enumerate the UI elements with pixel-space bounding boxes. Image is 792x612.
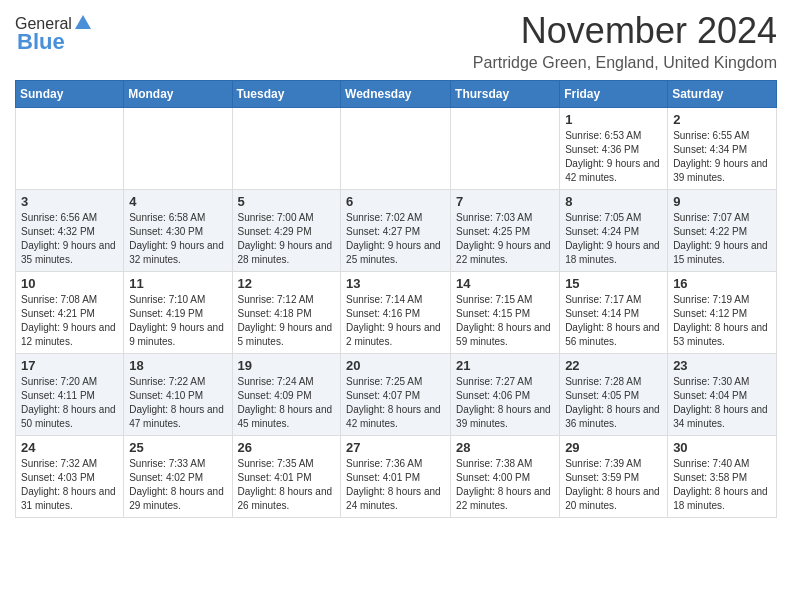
day-number: 24	[21, 440, 118, 455]
day-info: Sunrise: 7:39 AM Sunset: 3:59 PM Dayligh…	[565, 457, 662, 513]
day-number: 1	[565, 112, 662, 127]
day-info: Sunrise: 7:05 AM Sunset: 4:24 PM Dayligh…	[565, 211, 662, 267]
cell-3-7: 16Sunrise: 7:19 AM Sunset: 4:12 PM Dayli…	[668, 272, 777, 354]
day-number: 5	[238, 194, 336, 209]
svg-marker-0	[75, 15, 91, 29]
cell-2-3: 5Sunrise: 7:00 AM Sunset: 4:29 PM Daylig…	[232, 190, 341, 272]
day-number: 9	[673, 194, 771, 209]
cell-3-6: 15Sunrise: 7:17 AM Sunset: 4:14 PM Dayli…	[560, 272, 668, 354]
day-info: Sunrise: 7:27 AM Sunset: 4:06 PM Dayligh…	[456, 375, 554, 431]
cell-4-7: 23Sunrise: 7:30 AM Sunset: 4:04 PM Dayli…	[668, 354, 777, 436]
day-number: 8	[565, 194, 662, 209]
week-row-2: 3Sunrise: 6:56 AM Sunset: 4:32 PM Daylig…	[16, 190, 777, 272]
cell-3-3: 12Sunrise: 7:12 AM Sunset: 4:18 PM Dayli…	[232, 272, 341, 354]
cell-2-2: 4Sunrise: 6:58 AM Sunset: 4:30 PM Daylig…	[124, 190, 232, 272]
header-monday: Monday	[124, 81, 232, 108]
day-info: Sunrise: 6:56 AM Sunset: 4:32 PM Dayligh…	[21, 211, 118, 267]
week-row-5: 24Sunrise: 7:32 AM Sunset: 4:03 PM Dayli…	[16, 436, 777, 518]
cell-3-1: 10Sunrise: 7:08 AM Sunset: 4:21 PM Dayli…	[16, 272, 124, 354]
day-number: 15	[565, 276, 662, 291]
cell-1-6: 1Sunrise: 6:53 AM Sunset: 4:36 PM Daylig…	[560, 108, 668, 190]
logo: General Blue	[15, 10, 92, 55]
day-number: 21	[456, 358, 554, 373]
day-info: Sunrise: 6:53 AM Sunset: 4:36 PM Dayligh…	[565, 129, 662, 185]
cell-4-2: 18Sunrise: 7:22 AM Sunset: 4:10 PM Dayli…	[124, 354, 232, 436]
day-number: 17	[21, 358, 118, 373]
month-title: November 2024	[473, 10, 777, 52]
day-number: 26	[238, 440, 336, 455]
day-number: 13	[346, 276, 445, 291]
day-info: Sunrise: 7:32 AM Sunset: 4:03 PM Dayligh…	[21, 457, 118, 513]
day-number: 20	[346, 358, 445, 373]
cell-1-3	[232, 108, 341, 190]
day-info: Sunrise: 7:02 AM Sunset: 4:27 PM Dayligh…	[346, 211, 445, 267]
day-info: Sunrise: 7:07 AM Sunset: 4:22 PM Dayligh…	[673, 211, 771, 267]
day-info: Sunrise: 7:24 AM Sunset: 4:09 PM Dayligh…	[238, 375, 336, 431]
day-info: Sunrise: 7:00 AM Sunset: 4:29 PM Dayligh…	[238, 211, 336, 267]
day-info: Sunrise: 6:58 AM Sunset: 4:30 PM Dayligh…	[129, 211, 226, 267]
day-number: 12	[238, 276, 336, 291]
cell-4-1: 17Sunrise: 7:20 AM Sunset: 4:11 PM Dayli…	[16, 354, 124, 436]
day-number: 4	[129, 194, 226, 209]
header-sunday: Sunday	[16, 81, 124, 108]
cell-1-4	[341, 108, 451, 190]
day-info: Sunrise: 7:30 AM Sunset: 4:04 PM Dayligh…	[673, 375, 771, 431]
location-subtitle: Partridge Green, England, United Kingdom	[473, 54, 777, 72]
cell-5-1: 24Sunrise: 7:32 AM Sunset: 4:03 PM Dayli…	[16, 436, 124, 518]
cell-2-6: 8Sunrise: 7:05 AM Sunset: 4:24 PM Daylig…	[560, 190, 668, 272]
header-saturday: Saturday	[668, 81, 777, 108]
week-row-3: 10Sunrise: 7:08 AM Sunset: 4:21 PM Dayli…	[16, 272, 777, 354]
header-friday: Friday	[560, 81, 668, 108]
day-number: 6	[346, 194, 445, 209]
day-number: 11	[129, 276, 226, 291]
logo-triangle-icon	[74, 14, 92, 32]
cell-4-6: 22Sunrise: 7:28 AM Sunset: 4:05 PM Dayli…	[560, 354, 668, 436]
day-info: Sunrise: 7:35 AM Sunset: 4:01 PM Dayligh…	[238, 457, 336, 513]
cell-5-4: 27Sunrise: 7:36 AM Sunset: 4:01 PM Dayli…	[341, 436, 451, 518]
day-info: Sunrise: 7:40 AM Sunset: 3:58 PM Dayligh…	[673, 457, 771, 513]
day-number: 30	[673, 440, 771, 455]
day-info: Sunrise: 7:22 AM Sunset: 4:10 PM Dayligh…	[129, 375, 226, 431]
day-number: 23	[673, 358, 771, 373]
cell-2-4: 6Sunrise: 7:02 AM Sunset: 4:27 PM Daylig…	[341, 190, 451, 272]
day-info: Sunrise: 7:17 AM Sunset: 4:14 PM Dayligh…	[565, 293, 662, 349]
day-number: 7	[456, 194, 554, 209]
header-tuesday: Tuesday	[232, 81, 341, 108]
day-info: Sunrise: 7:03 AM Sunset: 4:25 PM Dayligh…	[456, 211, 554, 267]
cell-5-5: 28Sunrise: 7:38 AM Sunset: 4:00 PM Dayli…	[451, 436, 560, 518]
day-info: Sunrise: 7:25 AM Sunset: 4:07 PM Dayligh…	[346, 375, 445, 431]
week-row-1: 1Sunrise: 6:53 AM Sunset: 4:36 PM Daylig…	[16, 108, 777, 190]
day-number: 14	[456, 276, 554, 291]
calendar-table: Sunday Monday Tuesday Wednesday Thursday…	[15, 80, 777, 518]
day-number: 16	[673, 276, 771, 291]
cell-3-4: 13Sunrise: 7:14 AM Sunset: 4:16 PM Dayli…	[341, 272, 451, 354]
day-info: Sunrise: 7:19 AM Sunset: 4:12 PM Dayligh…	[673, 293, 771, 349]
title-area: November 2024 Partridge Green, England, …	[473, 10, 777, 72]
day-number: 3	[21, 194, 118, 209]
cell-2-1: 3Sunrise: 6:56 AM Sunset: 4:32 PM Daylig…	[16, 190, 124, 272]
cell-4-5: 21Sunrise: 7:27 AM Sunset: 4:06 PM Dayli…	[451, 354, 560, 436]
day-number: 10	[21, 276, 118, 291]
day-info: Sunrise: 7:08 AM Sunset: 4:21 PM Dayligh…	[21, 293, 118, 349]
day-number: 25	[129, 440, 226, 455]
day-number: 22	[565, 358, 662, 373]
page-header: General Blue November 2024 Partridge Gre…	[15, 10, 777, 72]
cell-5-2: 25Sunrise: 7:33 AM Sunset: 4:02 PM Dayli…	[124, 436, 232, 518]
logo-blue-text: Blue	[17, 29, 65, 55]
day-info: Sunrise: 7:12 AM Sunset: 4:18 PM Dayligh…	[238, 293, 336, 349]
day-info: Sunrise: 7:10 AM Sunset: 4:19 PM Dayligh…	[129, 293, 226, 349]
day-info: Sunrise: 7:33 AM Sunset: 4:02 PM Dayligh…	[129, 457, 226, 513]
cell-5-7: 30Sunrise: 7:40 AM Sunset: 3:58 PM Dayli…	[668, 436, 777, 518]
cell-5-3: 26Sunrise: 7:35 AM Sunset: 4:01 PM Dayli…	[232, 436, 341, 518]
day-number: 19	[238, 358, 336, 373]
day-info: Sunrise: 7:36 AM Sunset: 4:01 PM Dayligh…	[346, 457, 445, 513]
cell-1-5	[451, 108, 560, 190]
cell-2-5: 7Sunrise: 7:03 AM Sunset: 4:25 PM Daylig…	[451, 190, 560, 272]
header-thursday: Thursday	[451, 81, 560, 108]
day-info: Sunrise: 7:38 AM Sunset: 4:00 PM Dayligh…	[456, 457, 554, 513]
cell-4-4: 20Sunrise: 7:25 AM Sunset: 4:07 PM Dayli…	[341, 354, 451, 436]
day-number: 18	[129, 358, 226, 373]
day-number: 27	[346, 440, 445, 455]
day-info: Sunrise: 6:55 AM Sunset: 4:34 PM Dayligh…	[673, 129, 771, 185]
day-info: Sunrise: 7:20 AM Sunset: 4:11 PM Dayligh…	[21, 375, 118, 431]
